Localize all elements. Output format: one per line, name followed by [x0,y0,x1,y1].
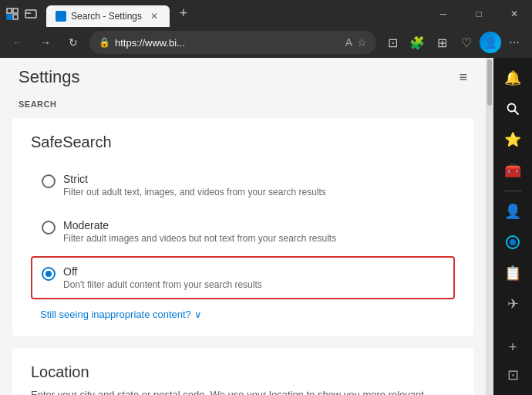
safesearch-section: SafeSearch Strict Filter out adult text,… [12,118,473,336]
svg-rect-1 [13,8,18,13]
maximize-button[interactable]: □ [461,0,497,27]
svg-rect-3 [13,15,18,19]
tab-title: Search - Settings [71,11,143,22]
titlebar: Search - Settings ✕ + ─ □ ✕ [0,0,532,27]
collections-icon[interactable]: ⊡ [381,31,404,54]
sidebar-bottom: + ⊡ [499,333,527,389]
location-title: Location [31,363,455,381]
off-label: Off [63,265,444,278]
tab-area: Search - Settings ✕ + [43,0,426,27]
right-sidebar: 🔔 ⭐ 🧰 👤 📋 ✈ + ⊡ [493,58,532,395]
sidebar-layout-icon[interactable]: ⊡ [499,361,527,389]
sidebar-favorites-icon[interactable]: ⭐ [499,126,527,154]
more-button[interactable]: ··· [503,31,526,54]
strict-label: Strict [63,173,444,185]
tab-close-button[interactable]: ✕ [148,10,160,22]
forward-button[interactable]: → [34,31,57,54]
page-content: Settings ≡ SEARCH SafeSearch Strict Filt… [0,58,486,395]
toolbar-icons: ⊡ 🧩 ⊞ ♡ 👤 ··· [381,31,526,54]
addressbar: ← → ↻ 🔒 https://www.bi... A ☆ ⊡ 🧩 ⊞ ♡ 👤 … [0,27,532,58]
sidebar-tools-icon[interactable]: 🧰 [499,157,527,184]
scrollbar[interactable] [486,58,493,395]
chevron-down-icon: ∨ [194,309,202,320]
sidebar-plane-icon[interactable]: ✈ [499,290,527,318]
sidebar-profile-icon[interactable]: 👤 [499,198,527,225]
strict-text: Strict Filter out adult text, images, an… [63,173,444,198]
address-icons: A ☆ [345,36,367,49]
sidebar-copilot-icon[interactable] [499,228,527,256]
url-text: https://www.bi... [115,37,341,49]
profile-button[interactable]: 👤 [480,32,501,53]
strict-radio[interactable] [42,174,56,188]
refresh-button[interactable]: ↻ [62,31,85,54]
window-controls: ─ □ ✕ [426,0,532,27]
moderate-label: Moderate [63,219,444,231]
close-window-button[interactable]: ✕ [497,0,532,27]
browser-content: Settings ≡ SEARCH SafeSearch Strict Filt… [0,58,532,395]
address-box[interactable]: 🔒 https://www.bi... A ☆ [89,31,376,54]
moderate-radio[interactable] [42,221,56,235]
moderate-text: Moderate Filter adult images and videos … [63,219,444,244]
moderate-option[interactable]: Moderate Filter adult images and videos … [31,210,455,253]
off-option[interactable]: Off Don't filter adult content from your… [31,256,455,299]
sidebar-search-icon[interactable] [499,95,527,123]
extensions-icon[interactable]: 🧩 [406,31,429,54]
minimize-button[interactable]: ─ [426,0,461,27]
section-label: SEARCH [12,93,473,112]
strict-option[interactable]: Strict Filter out adult text, images, an… [31,164,455,207]
health-icon[interactable]: ♡ [455,31,478,54]
still-seeing-text: Still seeing inappropriate content? [40,309,191,320]
split-screen-icon[interactable]: ⊞ [430,31,453,54]
svg-point-9 [510,239,516,245]
lock-icon: 🔒 [99,37,110,48]
new-tab-button[interactable]: + [173,3,194,25]
svg-rect-2 [7,15,12,19]
reader-view-icon[interactable]: A [345,36,352,49]
location-section: Location Enter your city and state or po… [12,348,473,395]
off-radio[interactable] [42,267,56,281]
sidebar-notifications-icon[interactable]: 🔔 [499,64,527,92]
safesearch-title: SafeSearch [31,133,455,151]
sidebar-outlook-icon[interactable]: 📋 [499,259,527,287]
settings-title: Settings [19,67,80,87]
favorites-icon[interactable]: ☆ [357,36,367,49]
tab-favicon [56,11,66,22]
off-text: Off Don't filter adult content from your… [63,265,444,290]
svg-rect-4 [25,10,36,18]
active-tab[interactable]: Search - Settings ✕ [46,5,170,27]
sidebar-divider [503,191,522,191]
hamburger-icon[interactable]: ≡ [459,69,467,86]
svg-rect-0 [7,8,12,13]
back-button[interactable]: ← [6,31,29,54]
page-wrapper: Settings ≡ SEARCH SafeSearch Strict Filt… [0,58,493,395]
titlebar-left [0,0,43,27]
tabs-icon[interactable] [25,8,37,20]
still-seeing-link[interactable]: Still seeing inappropriate content? ∨ [40,309,455,320]
svg-line-7 [514,110,518,114]
moderate-desc: Filter adult images and videos but not t… [63,233,444,244]
off-desc: Don't filter adult content from your sea… [63,279,444,290]
sidebar-add-icon[interactable]: + [499,333,527,361]
browser-icon[interactable] [6,8,19,20]
strict-desc: Filter out adult text, images, and video… [63,187,444,198]
location-description: Enter your city and state or postal code… [31,387,455,395]
settings-header: Settings ≡ [0,58,486,93]
